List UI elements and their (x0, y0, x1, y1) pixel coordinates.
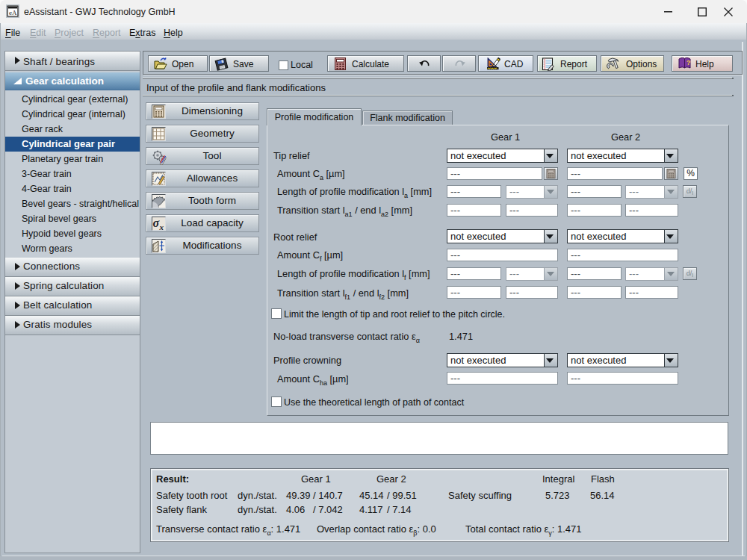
svg-text:eA: eA (9, 9, 17, 16)
svg-text:?: ? (686, 59, 691, 66)
svg-text:σ: σ (153, 217, 160, 229)
svg-text:x: x (159, 223, 164, 230)
